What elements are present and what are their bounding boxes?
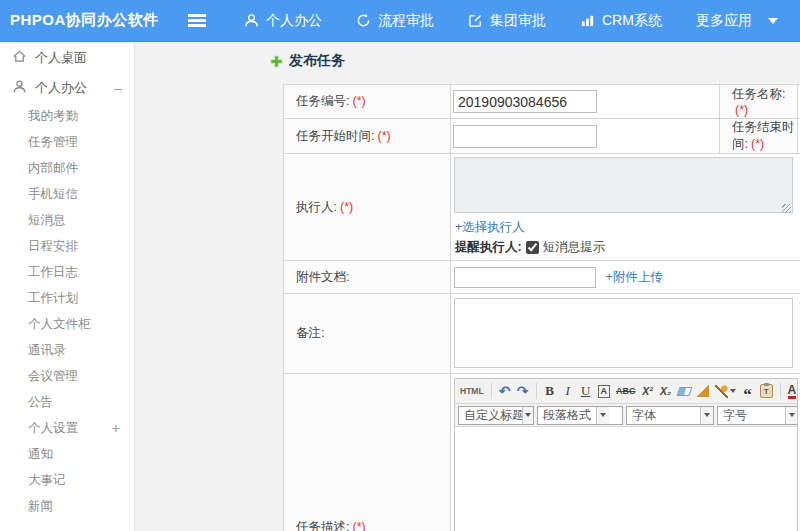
expand-icon[interactable]: + (112, 420, 120, 436)
editor-body[interactable] (455, 427, 797, 531)
font-family-select[interactable]: 字体 (626, 406, 714, 425)
remove-format-button[interactable] (676, 382, 693, 401)
page-title: 发布任务 (270, 52, 345, 70)
required-mark: (*) (340, 200, 353, 214)
sidebar-item-contacts[interactable]: 通讯录 (0, 337, 134, 363)
required-mark: (*) (735, 103, 748, 117)
page-title-text: 发布任务 (289, 52, 345, 70)
paragraph-format-select[interactable]: 段落格式 (537, 406, 623, 425)
sidebar-item-work-log[interactable]: 工作日志 (0, 259, 134, 285)
resize-handle-icon[interactable] (782, 204, 791, 213)
attachment-upload-link[interactable]: +附件上传 (605, 270, 662, 284)
format-brush-button[interactable] (695, 382, 711, 401)
sidebar-item-desktop[interactable]: 个人桌面 (0, 43, 134, 73)
sidebar-item-task-manage[interactable]: 任务管理 (0, 129, 134, 155)
add-plus-icon (270, 55, 283, 68)
sidebar-item-announcement[interactable]: 公告 (0, 389, 134, 415)
edit-square-icon (468, 13, 483, 28)
form-row-task-no: 任务编号:(*) 任务名称:(*) (284, 85, 800, 119)
sidebar-item-sms[interactable]: 手机短信 (0, 181, 134, 207)
nav-personal-office[interactable]: 个人办公 (244, 12, 322, 30)
source-code-button[interactable]: HTML (458, 382, 486, 401)
start-time-input[interactable] (453, 125, 597, 148)
attachment-input[interactable] (454, 267, 596, 288)
nav-more-apps[interactable]: 更多应用 (696, 12, 752, 30)
required-mark: (*) (751, 137, 764, 151)
sidebar-item-label: 大事记 (28, 472, 66, 489)
quick-format-button[interactable] (713, 382, 738, 401)
sidebar: 个人桌面 个人办公 – 我的考勤 任务管理 内部邮件 手机短信 短消息 日程安排… (0, 43, 135, 531)
start-time-label: 任务开始时间: (296, 129, 374, 143)
bar-chart-icon (580, 13, 595, 28)
sms-remind-option-label: 短消息提示 (543, 239, 606, 256)
sidebar-item-internal-mail[interactable]: 内部邮件 (0, 155, 134, 181)
underline-button[interactable]: U (578, 382, 594, 401)
nav-label: 更多应用 (696, 12, 752, 30)
task-form: 任务编号:(*) 任务名称:(*) 任务开始时间:(*) 任务结束时间:(*) … (283, 84, 800, 531)
form-row-attachment: 附件文档: +附件上传 (284, 261, 800, 294)
sidebar-item-personal-settings[interactable]: 个人设置+ (0, 415, 134, 441)
chevron-down-icon (525, 413, 531, 417)
undo-icon[interactable]: ↶ (497, 382, 513, 401)
heading-select[interactable]: 自定义标题 (458, 406, 534, 425)
menu-toggle-icon[interactable] (188, 14, 206, 27)
user-icon (244, 13, 259, 28)
font-size-select[interactable]: 字号 (717, 406, 797, 425)
sidebar-item-news[interactable]: 新闻 (0, 493, 134, 519)
remark-textarea[interactable] (454, 298, 793, 368)
nav-crm-system[interactable]: CRM系统 (580, 12, 662, 30)
form-row-description: 任务描述:(*) HTML ↶ ↷ B I (284, 374, 800, 531)
clipboard-glyph: T (764, 387, 769, 396)
font-style-button[interactable]: A (596, 382, 613, 401)
collapse-icon[interactable]: – (114, 80, 122, 96)
strikethrough-button[interactable]: ABC (614, 382, 638, 401)
sidebar-item-short-message[interactable]: 短消息 (0, 207, 134, 233)
sidebar-item-schedule[interactable]: 日程安排 (0, 233, 134, 259)
choose-executor-link[interactable]: +选择执行人 (455, 220, 525, 234)
magic-wand-icon (715, 385, 728, 398)
attachment-label: 附件文档: (296, 270, 349, 284)
font-color-glyph: A (788, 384, 797, 399)
remark-label: 备注: (296, 326, 324, 340)
nav-group-approval[interactable]: 集团审批 (468, 12, 546, 30)
sidebar-item-file-cabinet[interactable]: 个人文件柜 (0, 311, 134, 337)
paste-template-button[interactable]: T (758, 382, 775, 401)
sidebar-item-notice[interactable]: 通知 (0, 441, 134, 467)
form-row-remark: 备注: (284, 294, 800, 374)
redo-icon[interactable]: ↷ (515, 382, 531, 401)
sidebar-item-personal-office[interactable]: 个人办公 – (0, 73, 134, 103)
sidebar-item-label: 新闻 (28, 498, 53, 515)
sidebar-item-label: 个人设置 (28, 420, 78, 437)
sidebar-item-attendance[interactable]: 我的考勤 (0, 103, 134, 129)
chevron-down-icon (730, 389, 736, 393)
superscript-button[interactable]: X² (640, 382, 656, 401)
remind-executor-label: 提醒执行人: (455, 239, 522, 256)
blockquote-button[interactable]: “ (740, 382, 756, 401)
description-label: 任务描述: (296, 520, 349, 531)
select-value: 字体 (627, 407, 661, 424)
sidebar-item-memorabilia[interactable]: 大事记 (0, 467, 134, 493)
sidebar-item-meeting[interactable]: 会议管理 (0, 363, 134, 389)
toolbar-separator (536, 383, 537, 399)
italic-button[interactable]: I (560, 382, 576, 401)
task-no-input[interactable] (453, 90, 597, 113)
executor-textarea[interactable] (454, 157, 793, 213)
chevron-down-icon (704, 413, 710, 417)
chevron-down-icon[interactable] (768, 18, 778, 24)
sidebar-item-label: 通讯录 (28, 342, 66, 359)
subscript-button[interactable]: X₂ (658, 382, 674, 401)
font-color-button[interactable]: A (786, 382, 797, 401)
app-window: PHPOA协同办公软件 个人办公 流程审批 集团审批 CRM系统 更多应用 (0, 0, 800, 531)
bold-button[interactable]: B (542, 382, 558, 401)
rich-text-editor: HTML ↶ ↷ B I U A ABC X² (454, 378, 798, 531)
task-name-label: 任务名称: (732, 87, 785, 101)
editor-toolbar-1: HTML ↶ ↷ B I U A ABC X² (455, 379, 797, 404)
sidebar-item-work-plan[interactable]: 工作计划 (0, 285, 134, 311)
nav-process-approval[interactable]: 流程审批 (356, 12, 434, 30)
sms-remind-checkbox[interactable] (526, 241, 539, 254)
sidebar-item-label: 任务管理 (28, 134, 78, 151)
nav-label: 集团审批 (490, 12, 546, 30)
task-no-label: 任务编号: (296, 94, 349, 108)
sidebar-item-label: 内部邮件 (28, 160, 78, 177)
sidebar-item-label: 短消息 (28, 212, 66, 229)
